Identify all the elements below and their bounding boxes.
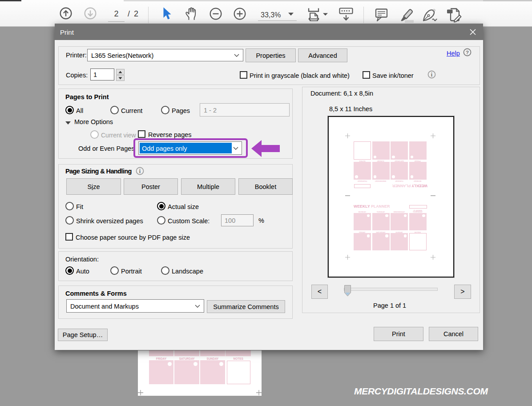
- svg-text:i: i: [431, 72, 433, 78]
- svg-text:i: i: [139, 168, 141, 174]
- svg-text:?: ?: [466, 50, 469, 55]
